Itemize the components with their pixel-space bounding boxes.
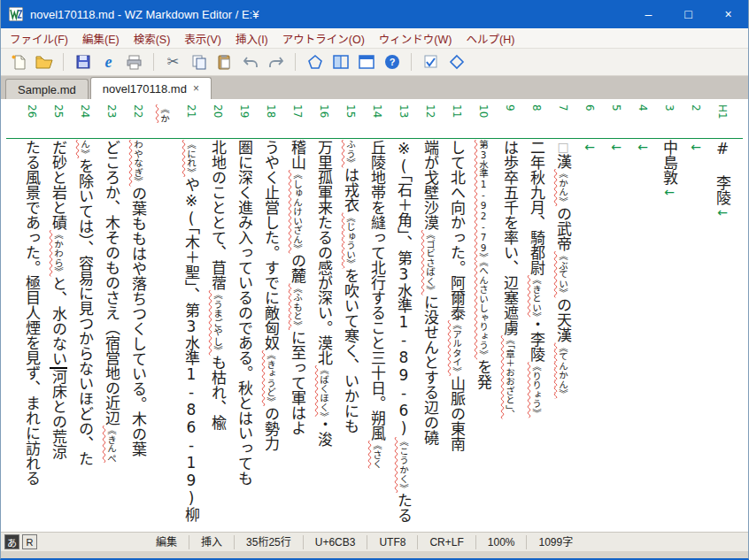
- ruby-annotation: 《きんぺ: [106, 426, 117, 463]
- text-run: は戎衣: [342, 168, 359, 213]
- editor-line-14[interactable]: 14丘陵地帯を縫って北行すること三十日。朔風《さく: [364, 104, 390, 532]
- line-number: 14: [364, 104, 390, 140]
- editor-line-26[interactable]: 26たる風景であった。極目人煙を見ず、まれに訪れる: [19, 104, 45, 532]
- menu-item-5[interactable]: 挿入(I): [236, 30, 268, 47]
- menu-item-3[interactable]: 検索(S): [134, 30, 171, 47]
- line-number: 5: [603, 104, 629, 140]
- help-button[interactable]: ?: [380, 51, 404, 73]
- editor-line-21[interactable]: 21《にれ》や※(「木＋聖」、第3水準1-86-19)柳《か: [151, 104, 205, 532]
- ime-indicator-kana[interactable]: あ: [4, 534, 19, 549]
- window-resize-edge[interactable]: [1, 551, 748, 558]
- tab-Sample.md[interactable]: Sample.md: [5, 79, 89, 99]
- editor-line-19[interactable]: 19圏に深く進み入っているのである。秋とはいっても: [231, 104, 258, 532]
- printer-icon: [126, 55, 143, 70]
- copy-button[interactable]: [187, 51, 211, 73]
- menu-item-6[interactable]: アウトライン(O): [282, 30, 365, 47]
- split-view-button[interactable]: [328, 51, 352, 73]
- ime-indicator-roman[interactable]: R: [22, 534, 37, 549]
- editor-line-22[interactable]: 22わやなぎ》の葉ももはや落ちつくしている。木の葉: [125, 104, 151, 532]
- editor-surface[interactable]: H1# 李陵←2←3中島敦←4←5←6←7□漢《かん》の武帝《ぶてい》の天漢《て…: [1, 99, 748, 532]
- svg-text:?: ?: [389, 57, 395, 67]
- window-view-button[interactable]: [354, 51, 378, 73]
- tabbar: Sample.mdnovel170118.md×: [1, 76, 748, 99]
- close-button[interactable]: ×: [708, 0, 748, 28]
- editor-line-8[interactable]: 8二年秋九月、騎都尉《きとい》・李陵《りりょう》: [523, 104, 550, 532]
- maximize-button[interactable]: □: [668, 0, 708, 28]
- editor-line-10[interactable]: 10第3水準1-92-79》《へんさいしゃりょう》を発: [470, 104, 497, 532]
- tab-novel170118.md[interactable]: novel170118.md×: [90, 77, 212, 99]
- paste-button[interactable]: [212, 51, 236, 73]
- menubar: ファイル(F)編集(E)検索(S)表示(V)挿入(I)アウトライン(O)ウィンド…: [1, 28, 748, 49]
- menu-item-8[interactable]: ヘルプ(H): [466, 30, 514, 47]
- toolbar: e ✂ ?: [1, 49, 748, 76]
- checkbox-button[interactable]: [419, 51, 443, 73]
- ruby-annotation: 《か: [159, 104, 170, 123]
- open-file-button[interactable]: [32, 51, 56, 73]
- new-file-button[interactable]: [6, 51, 30, 73]
- editor-line-11[interactable]: 11して北へ向かった。阿爾泰《アルタイ》山脈の東南: [444, 104, 470, 532]
- editor-line-5[interactable]: 5←: [603, 104, 629, 532]
- menu-item-4[interactable]: 表示(V): [184, 30, 221, 47]
- minimize-button[interactable]: –: [629, 0, 668, 28]
- outline-shape-button[interactable]: [303, 51, 327, 73]
- editor-line-20[interactable]: 20北地のこととて、苜蓿《うまごやし》も枯れ、楡: [205, 104, 231, 532]
- redo-button[interactable]: [264, 51, 288, 73]
- ruby-annotation: 第3水準1-92-79》: [478, 140, 489, 262]
- text-run: 河床との荒涼: [50, 367, 67, 459]
- status-encoding: UTF8: [367, 535, 417, 549]
- browser-preview-button[interactable]: e: [97, 51, 120, 73]
- editor-line-9[interactable]: 9は歩卒五千を率い、辺塞遮虜《「章＋おおざと」、: [497, 104, 523, 532]
- editor-line-6[interactable]: 6←: [576, 104, 603, 532]
- diamond-button[interactable]: [444, 51, 468, 73]
- editor-line-12[interactable]: 12端が戈壁沙漠《ゴビさばく》に没せんとする辺の磽: [417, 104, 444, 532]
- text-run: 中島敦: [660, 140, 678, 185]
- editor-line-3[interactable]: 3中島敦←: [656, 104, 683, 532]
- text-run: して北へ向かった。阿爾泰: [448, 140, 466, 320]
- ruby-annotation: 《ばくほく》: [319, 365, 329, 417]
- linebreak-mark: ←: [662, 185, 676, 199]
- editor-line-15[interactable]: 15ふう》は戎衣《じゅうい》を吹いて寒く、いかにも: [337, 104, 364, 532]
- tab-close-icon[interactable]: ×: [193, 82, 199, 95]
- diamond-icon: [449, 54, 465, 70]
- linebreak-mark: ←: [689, 140, 703, 154]
- text-run: を除いては）、容易に見つからないほどの、た: [76, 158, 94, 467]
- editor-line-H1[interactable]: H1# 李陵←: [709, 104, 736, 532]
- ruby-annotation: わやなぎ》: [133, 140, 143, 187]
- status-mode: 編集: [144, 535, 189, 549]
- window-title: novel170118.md - WZ Markdown Editor / E:…: [30, 8, 259, 21]
- editor-line-23[interactable]: 23どころか、木そのものさえ（宿営地の近辺《きんぺ: [98, 104, 125, 532]
- print-button[interactable]: [122, 51, 146, 73]
- editor-line-24[interactable]: 24ん》を除いては）、容易に見つからないほどの、た: [72, 104, 98, 532]
- editor-line-2[interactable]: 2←: [683, 104, 709, 532]
- toolbar-separator: [63, 53, 64, 71]
- line-number: 13: [390, 104, 417, 140]
- ruby-annotation: ん》: [80, 140, 90, 158]
- editor-line-17[interactable]: 17稽山《しゅんけいざん》の麓《ふもと》に至って軍はよ: [284, 104, 311, 532]
- status-cursor-position: 35桁25行: [234, 535, 303, 549]
- cut-button[interactable]: ✂: [161, 51, 185, 73]
- line-number: 6: [576, 104, 603, 140]
- ruby-annotation: 《にれ》: [186, 140, 197, 177]
- editor-lines: H1# 李陵←2←3中島敦←4←5←6←7□漢《かん》の武帝《ぶてい》の天漢《て…: [1, 99, 748, 532]
- line-number: 2: [683, 104, 709, 140]
- menu-item-7[interactable]: ウィンドウ(W): [379, 30, 452, 47]
- line-number: 24: [72, 104, 98, 140]
- text-run: と、水のない: [50, 277, 67, 367]
- editor-line-16[interactable]: 16万里孤軍来たるの感が深い。漠北《ばくほく》・浚: [311, 104, 337, 532]
- ruby-annotation: 《ぶてい》: [558, 251, 568, 298]
- menu-item-1[interactable]: ファイル(F): [10, 30, 68, 47]
- paste-icon: [217, 54, 232, 70]
- save-button[interactable]: [71, 51, 95, 73]
- line-number: 4: [629, 104, 656, 140]
- editor-line-7[interactable]: 7□漢《かん》の武帝《ぶてい》の天漢《てんかん》: [550, 104, 576, 532]
- text-run: 漢: [554, 154, 572, 169]
- editor-line-18[interactable]: 18うやく止営した。すでに敵匈奴《きょうど》の勢力: [258, 104, 284, 532]
- undo-button[interactable]: [238, 51, 262, 73]
- line-number: 26: [19, 104, 45, 140]
- editor-line-4[interactable]: 4←: [629, 104, 656, 532]
- line-number: 25: [45, 104, 72, 140]
- editor-line-25[interactable]: 25だ砂と岩と磧《かわら》と、水のない河床との荒涼: [45, 104, 72, 532]
- menu-item-2[interactable]: 編集(E): [82, 30, 120, 47]
- text-run: や※(「木＋聖」、第3水準1-86-19)柳: [182, 177, 200, 522]
- editor-line-13[interactable]: 13※(「石＋角」、第3水準1-89-6)《こうかく》たる: [390, 104, 417, 532]
